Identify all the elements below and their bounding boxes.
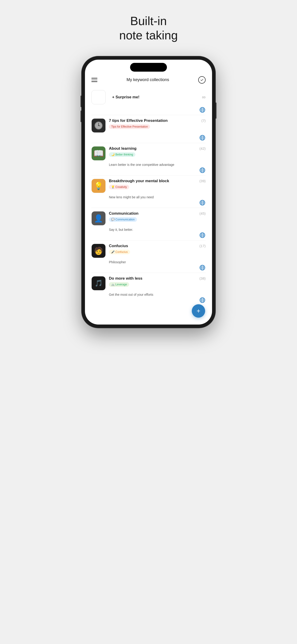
list-item[interactable]: + Surprise me! ∞ (92, 87, 206, 115)
divider (92, 208, 206, 208)
tag: Tips for Effective Presentation (109, 124, 150, 129)
list-item[interactable]: 🧑 Confucius (17) 🎤 Confucius P (92, 242, 206, 273)
divider (92, 143, 206, 143)
item-tags: 🌙 Better thinking (109, 152, 206, 157)
item-desc: Get the most out of your efforts (92, 293, 206, 296)
item-desc: New lens might be all you need (92, 195, 206, 199)
item-count: (38) (200, 276, 206, 280)
tag: 🌙 Better thinking (109, 152, 136, 157)
item-desc: Learn better is the one competitive adva… (92, 163, 206, 166)
confucius-info: Confucius (17) 🎤 Confucius (109, 244, 206, 254)
music-icon: 🎵 (95, 280, 103, 287)
menu-button[interactable] (92, 78, 98, 82)
tag: 💡 Creativity (109, 185, 129, 189)
globe-icon (199, 297, 206, 303)
item-row: 👤 Communication (45) 💬 Communication (92, 209, 206, 227)
menu-line (92, 80, 98, 80)
divider (92, 273, 206, 273)
mental-thumb: 💡 (92, 179, 106, 193)
item-count: (7) (202, 118, 206, 122)
item-row: 🎵 Do more with less (38) 🚲 Leverage (92, 274, 206, 292)
item-tags: 💬 Communication (109, 217, 206, 222)
item-count: (39) (200, 179, 206, 183)
learning-thumb: 📖 (92, 146, 106, 160)
item-row: 💡 Breakthrough your mental block (39) 💡 … (92, 176, 206, 194)
globe-row (92, 106, 206, 115)
item-title: Do more with less (109, 276, 142, 281)
item-title: Confucius (109, 244, 128, 248)
item-row: 🧑 Confucius (17) 🎤 Confucius (92, 242, 206, 259)
list-item[interactable]: 📖 About learning (42) 🌙 Better thinking (92, 144, 206, 176)
surprise-row: + Surprise me! ∞ (92, 87, 206, 106)
item-title: Breakthrough your mental block (109, 179, 169, 183)
learning-info: About learning (42) 🌙 Better thinking (109, 146, 206, 157)
phone-frame: My keyword collections + Surprise me! (82, 56, 215, 328)
tag: 💬 Communication (109, 217, 137, 222)
item-tags: 🚲 Leverage (109, 282, 206, 287)
list-item[interactable]: 👤 Communication (45) 💬 Communication (92, 209, 206, 240)
globe-icon (199, 107, 206, 113)
app-header: My keyword collections (92, 72, 206, 87)
item-row: 📖 About learning (42) 🌙 Better thinking (92, 144, 206, 162)
divider (92, 115, 206, 115)
item-tags: 🎤 Confucius (109, 250, 206, 254)
page-wrapper: Built-in note taking My keyword collecti… (74, 9, 223, 328)
globe-row (92, 199, 206, 208)
domore-info: Do more with less (38) 🚲 Leverage (109, 276, 206, 287)
globe-icon (199, 134, 206, 141)
surprise-title: + Surprise me! (112, 95, 202, 100)
globe-row (92, 296, 206, 305)
mental-info: Breakthrough your mental block (39) 💡 Cr… (109, 179, 206, 189)
title-row: Communication (45) (109, 211, 206, 216)
item-count: (45) (200, 212, 206, 215)
svg-point-10 (98, 125, 99, 126)
app-content: My keyword collections + Surprise me! (85, 72, 212, 315)
domore-thumb: 🎵 (92, 276, 106, 290)
divider (92, 175, 206, 176)
title-row: Do more with less (38) (109, 276, 206, 281)
presentation-info: 7 tips for Effective Presentation (7) Ti… (109, 118, 206, 129)
surprise-thumb (92, 90, 106, 104)
item-title: 7 tips for Effective Presentation (109, 118, 168, 123)
item-tags: Tips for Effective Presentation (109, 124, 206, 129)
title-row: Confucius (17) (109, 244, 206, 248)
item-row: 7 tips for Effective Presentation (7) Ti… (92, 116, 206, 134)
volume-down-button (80, 110, 82, 122)
divider (92, 240, 206, 240)
menu-line (92, 81, 98, 82)
list-item[interactable]: 7 tips for Effective Presentation (7) Ti… (92, 116, 206, 143)
globe-icon (199, 232, 206, 238)
globe-row (92, 134, 206, 143)
bust-icon: 🧑 (94, 246, 103, 255)
item-tags: 💡 Creativity (109, 185, 206, 189)
globe-icon (199, 167, 206, 174)
communication-info: Communication (45) 💬 Communication (109, 211, 206, 222)
globe-row (92, 232, 206, 240)
plus-icon: + (196, 308, 200, 314)
volume-up-button (80, 96, 82, 107)
headline-line1: Built-in (130, 14, 167, 28)
add-button[interactable]: + (192, 304, 205, 318)
globe-row (92, 166, 206, 175)
globe-icon (199, 264, 206, 271)
item-title: Communication (109, 211, 138, 216)
headline: Built-in note taking (119, 14, 178, 42)
globe-icon (199, 200, 206, 206)
confucius-thumb: 🧑 (92, 244, 106, 258)
list-item[interactable]: 🎵 Do more with less (38) 🚲 Leverage (92, 274, 206, 305)
dynamic-island (130, 63, 167, 72)
communication-thumb: 👤 (92, 211, 106, 226)
title-row: About learning (42) (109, 146, 206, 151)
list-item[interactable]: 💡 Breakthrough your mental block (39) 💡 … (92, 176, 206, 208)
phone-screen: My keyword collections + Surprise me! (85, 60, 212, 324)
tag: 🎤 Confucius (109, 250, 130, 254)
tag: 🚲 Leverage (109, 282, 129, 287)
headline-line2: note taking (119, 28, 178, 42)
title-row: 7 tips for Effective Presentation (7) (109, 118, 206, 123)
power-button (215, 102, 216, 118)
communication-icon: 👤 (94, 214, 103, 223)
infinity-icon: ∞ (202, 94, 206, 100)
done-button[interactable] (198, 76, 206, 84)
item-count: (42) (200, 146, 206, 150)
app-title: My keyword collections (126, 78, 169, 82)
